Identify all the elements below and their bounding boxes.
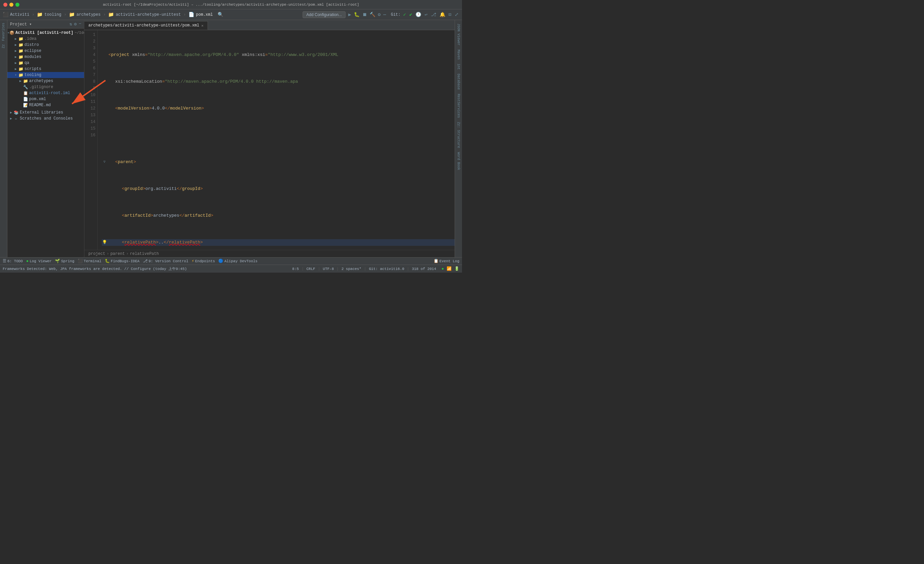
code-line-7: <artifactId>archetypes</artifactId> <box>102 212 454 219</box>
folder-icon-distro: 📁 <box>18 42 23 48</box>
right-icon-json-viewer[interactable]: JSON Viewer <box>456 21 461 48</box>
git-branch-icon[interactable]: ⎇ <box>430 11 437 18</box>
git-history-icon[interactable]: 🕐 <box>415 11 422 18</box>
breadcrumb-bottom-parent[interactable]: parent <box>111 251 125 256</box>
file-icon-readme: 📝 <box>23 102 28 108</box>
status-git[interactable]: Git: activiti6.0 <box>369 267 404 271</box>
status-line-ending[interactable]: CRLF <box>306 267 315 271</box>
tool-findbugs[interactable]: 🐛 FindBugs-IDEA <box>105 259 140 263</box>
search-icon[interactable]: 🔍 <box>218 12 223 17</box>
stop-icon[interactable]: ⏹ <box>362 11 368 18</box>
status-indent[interactable]: 2 spaces* <box>342 267 361 271</box>
line-numbers: 1 2 3 4 5 6 7 8 9 10 11 12 13 14 15 16 <box>84 30 98 250</box>
notifications-icon[interactable]: 🔔 <box>439 11 446 18</box>
code-line-2: xsi:schemaLocation="http://maven.apache.… <box>102 78 454 85</box>
git-status-icon[interactable]: ✔ <box>409 11 413 18</box>
right-icon-maven[interactable]: Maven <box>456 48 461 62</box>
tool-log-viewer[interactable]: ● Log Viewer <box>26 259 51 263</box>
tree-item-scratches[interactable]: ▶ ✏ Scratches and Consoles <box>8 116 84 122</box>
log-icon: ● <box>26 259 28 263</box>
breadcrumb-unittest[interactable]: activiti-archetype-unittest <box>116 12 181 17</box>
tree-label-path: ~/IdeaProjects/Activiti: <box>75 31 84 35</box>
editor-tab-pom[interactable]: archetypes/activiti-archetype-unittest/p… <box>84 21 208 30</box>
tool-endpoints[interactable]: ⚡ Endpoints <box>192 259 215 263</box>
tree-arrow-pom-xml <box>18 97 23 101</box>
tree-arrow-readme <box>18 103 23 107</box>
tree-label-readme: README.md <box>29 103 51 107</box>
tool-spring[interactable]: 🌱 Spring <box>55 259 74 263</box>
external-libraries-icon: 📚 <box>14 110 19 115</box>
window-icon[interactable]: ⊡ <box>448 11 452 18</box>
right-icon-wordbook[interactable]: Word Book <box>456 150 461 172</box>
project-settings-icon[interactable]: ⚙ <box>74 21 76 27</box>
tree-item-tooling[interactable]: ▾ 📁 tooling <box>8 72 84 78</box>
tool-alipay[interactable]: 🔵 Alipay DevTools <box>218 259 258 263</box>
project-header-icons: ⇅ ⚙ − <box>70 21 81 27</box>
minimize-button[interactable] <box>9 3 14 7</box>
breadcrumb-activiti[interactable]: Activiti <box>10 12 30 17</box>
right-icon-restservices[interactable]: RestServices <box>456 92 461 120</box>
tool-endpoints-label: Endpoints <box>195 259 215 263</box>
tool-terminal[interactable]: ⬛ Terminal <box>78 259 102 263</box>
left-icon-favorites[interactable]: Favorites <box>1 21 6 42</box>
tree-arrow-modules: ▶ <box>14 54 18 59</box>
tree-item-idea[interactable]: ▶ 📁 .idea <box>8 36 84 42</box>
more-icon[interactable]: ⋯ <box>382 11 387 18</box>
tree-item-readme[interactable]: 📝 README.md <box>8 102 84 108</box>
tree-label-tooling: tooling <box>24 73 41 77</box>
tool-eventlog-label: Event Log <box>440 259 459 263</box>
tree-item-qa[interactable]: ▶ 📁 qa <box>8 60 84 66</box>
project-panel: Project ▾ ⇅ ⚙ − ▾ 📦 Activiti [activiti-r… <box>8 20 84 257</box>
tree-item-pom-xml[interactable]: 📄 pom.xml <box>8 96 84 102</box>
tool-todo[interactable]: ☰ 6: TODO <box>3 259 23 263</box>
breadcrumb-archetypes[interactable]: archetypes <box>76 12 100 17</box>
status-encoding[interactable]: UTF-8 <box>323 267 334 271</box>
right-icon-database[interactable]: Database <box>456 72 461 92</box>
project-minimize-icon[interactable]: − <box>79 21 81 27</box>
breadcrumb-pomxml[interactable]: pom.xml <box>196 12 213 17</box>
tree-item-external-libraries[interactable]: ▶ 📚 External Libraries <box>8 110 84 116</box>
tree-label-scratches: Scratches and Consoles <box>20 116 73 121</box>
left-icon-structure[interactable]: Zz <box>1 43 6 50</box>
breadcrumb-tooling[interactable]: tooling <box>45 12 61 17</box>
tree-item-activiti-iml[interactable]: 📋 activiti-root.iml <box>8 90 84 96</box>
status-position[interactable]: 8:5 <box>292 267 299 271</box>
build-icon[interactable]: 🔨 <box>369 11 376 18</box>
tab-label: archetypes/activiti-archetype-unittest/p… <box>88 23 199 28</box>
tree-item-activiti-root[interactable]: ▾ 📦 Activiti [activiti-root] ~/IdeaProje… <box>8 30 84 36</box>
tree-item-archetypes[interactable]: ▶ 📁 archetypes <box>8 78 84 84</box>
breadcrumb-bottom: project › parent › relativePath <box>84 250 454 257</box>
maximize-button[interactable] <box>15 3 20 7</box>
breadcrumb-bottom-project[interactable]: project <box>88 251 105 256</box>
project-header: Project ▾ ⇅ ⚙ − <box>8 20 84 29</box>
tree-item-eclipse[interactable]: ▶ 📁 eclipse <box>8 48 84 54</box>
tree-label-pom-xml: pom.xml <box>29 97 46 101</box>
tree-item-distro[interactable]: ▶ 📁 distro <box>8 42 84 48</box>
right-icon-int[interactable]: int <box>456 62 461 72</box>
tree-label-archetypes: archetypes <box>29 79 53 83</box>
tool-vcs[interactable]: ⎇ 9: Version Control <box>143 259 189 263</box>
run-icon[interactable]: ▶ <box>348 11 351 18</box>
tree-item-gitignore[interactable]: 🔧 .gitignore <box>8 84 84 90</box>
tree-item-scripts[interactable]: ▶ 📁 scripts <box>8 66 84 72</box>
tree-arrow-gitignore <box>18 85 23 89</box>
project-label[interactable]: Project ▾ <box>10 22 32 27</box>
git-push-icon[interactable]: ↩ <box>424 11 428 18</box>
tool-event-log[interactable]: 📋 Event Log <box>434 259 459 263</box>
code-editor[interactable]: 1 2 3 4 5 6 7 8 9 10 11 12 13 14 15 16 <box>84 30 454 250</box>
breadcrumb-bottom-relativepath[interactable]: relativePath <box>130 251 159 256</box>
folder-icon-eclipse: 📁 <box>18 48 23 54</box>
expand-icon[interactable]: ⤢ <box>454 11 459 18</box>
git-check-icon[interactable]: ✓ <box>402 11 406 18</box>
add-configuration-button[interactable]: Add Configuration... <box>303 11 345 18</box>
code-content[interactable]: <project xmlns="http://maven.apache.org/… <box>98 30 454 250</box>
tree-item-modules[interactable]: ▶ 📁 modules <box>8 54 84 60</box>
code-line-1: <project xmlns="http://maven.apache.org/… <box>102 51 454 58</box>
close-button[interactable] <box>3 3 8 7</box>
right-icon-structure[interactable]: Zz: Structure <box>456 120 461 150</box>
debug-icon[interactable]: 🐛 <box>353 11 360 18</box>
tab-close-button[interactable]: ✕ <box>201 23 204 28</box>
project-sort-icon[interactable]: ⇅ <box>70 21 72 27</box>
settings-icon[interactable]: ⚙ <box>377 11 381 18</box>
tree-label-external: External Libraries <box>20 110 63 115</box>
